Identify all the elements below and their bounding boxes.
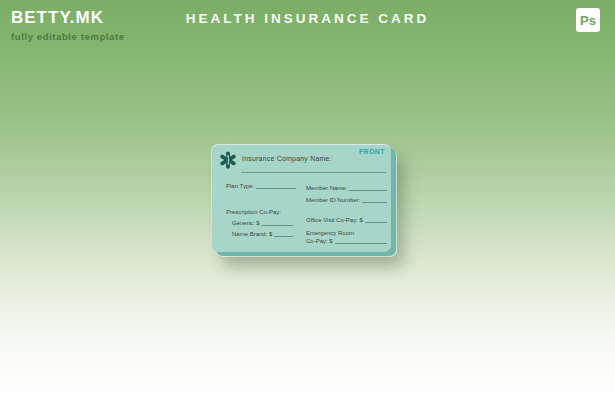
office-visit-line <box>365 218 387 223</box>
company-name-label: Insurance Company Name: <box>242 155 332 162</box>
emergency-copay-label: Co-Pay: $ <box>306 238 333 245</box>
generic-label: Generic: $ <box>232 220 260 227</box>
company-name-line <box>241 172 386 173</box>
plan-type-label: Plan Type: <box>226 183 254 190</box>
field-office-visit-copay: Office Visit Co-Pay: $ <box>306 217 387 224</box>
template-preview: BETTY.MK fully editable template HEALTH … <box>0 0 615 400</box>
photoshop-icon: Ps <box>576 8 600 32</box>
prescription-copay-label: Prescription Co-Pay: <box>226 209 281 216</box>
name-brand-line <box>274 232 293 237</box>
member-name-line <box>349 186 387 191</box>
emergency-room-label: Emergency Room <box>306 230 354 237</box>
card-side-label: FRONT <box>359 148 385 155</box>
brand-tagline: fully editable template <box>11 31 125 42</box>
plan-type-line <box>256 184 296 189</box>
name-brand-label: Name Brand: $ <box>232 231 272 238</box>
field-generic-copay: Generic: $ <box>232 220 293 227</box>
insurance-card-front: Insurance Company Name: FRONT Plan Type:… <box>211 144 391 252</box>
field-emergency-copay: Co-Pay: $ <box>306 238 387 245</box>
office-visit-label: Office Visit Co-Pay: $ <box>306 217 363 224</box>
generic-line <box>262 221 293 226</box>
member-name-label: Member Name: <box>306 185 347 192</box>
star-of-life-icon <box>219 151 237 169</box>
member-id-line <box>362 198 387 203</box>
field-member-name: Member Name: <box>306 185 387 192</box>
page-title: HEALTH INSURANCE CARD <box>0 11 615 26</box>
emergency-copay-line <box>335 239 387 244</box>
member-id-label: Member ID Number: <box>306 197 360 204</box>
field-plan-type: Plan Type: <box>226 183 296 190</box>
field-name-brand-copay: Name Brand: $ <box>232 231 293 238</box>
field-member-id: Member ID Number: <box>306 197 387 204</box>
